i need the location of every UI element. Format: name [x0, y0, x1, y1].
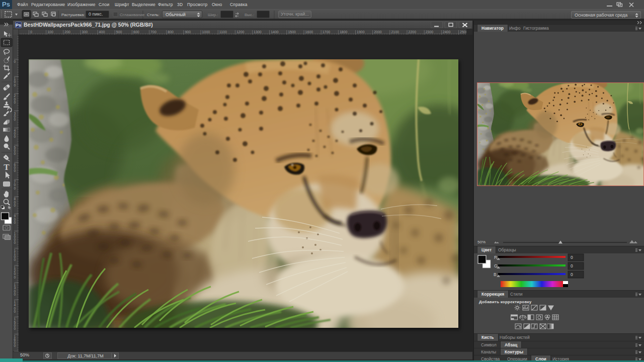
svg-text:100: 100 — [47, 30, 53, 34]
svg-text:1600: 1600 — [305, 30, 313, 34]
svg-text:300: 300 — [82, 30, 88, 34]
svg-text:600: 600 — [133, 30, 139, 34]
svg-text:2100: 2100 — [391, 30, 399, 34]
svg-text:0: 0 — [14, 187, 16, 190]
svg-text:800: 800 — [168, 30, 174, 34]
svg-text:0: 0 — [14, 327, 16, 330]
svg-text:T: T — [4, 162, 10, 172]
svg-text:400: 400 — [99, 30, 105, 34]
svg-text:700: 700 — [150, 30, 156, 34]
svg-text:0: 0 — [14, 241, 16, 244]
svg-text:0: 0 — [14, 135, 16, 138]
svg-text:0: 0 — [14, 344, 16, 347]
svg-text:B: B — [494, 272, 497, 277]
svg-text:1100: 1100 — [219, 30, 227, 34]
svg-text:0: 0 — [14, 169, 16, 172]
svg-text:0: 0 — [30, 30, 32, 34]
svg-text:0: 0 — [14, 221, 16, 224]
svg-text:0: 0 — [14, 60, 16, 63]
svg-text:1300: 1300 — [254, 30, 262, 34]
svg-text:0: 0 — [14, 276, 16, 279]
svg-text:2200: 2200 — [409, 30, 417, 34]
svg-text:0: 0 — [14, 310, 16, 313]
svg-text:2300: 2300 — [426, 30, 434, 34]
svg-text:0: 0 — [571, 272, 573, 277]
svg-text:1400: 1400 — [271, 30, 279, 34]
svg-text:1700: 1700 — [323, 30, 331, 34]
svg-text:1900: 1900 — [357, 30, 365, 34]
svg-text:0: 0 — [14, 258, 16, 261]
svg-text:0: 0 — [14, 118, 16, 121]
svg-text:G: G — [494, 263, 498, 268]
svg-text:0: 0 — [571, 255, 573, 260]
svg-text:1000: 1000 — [202, 30, 210, 34]
svg-text:900: 900 — [185, 30, 191, 34]
svg-text:0: 0 — [14, 152, 16, 155]
svg-text:2400: 2400 — [443, 30, 451, 34]
svg-text:1500: 1500 — [288, 30, 296, 34]
svg-text:R: R — [494, 255, 497, 260]
svg-text:0: 0 — [14, 293, 16, 296]
svg-text:1800: 1800 — [340, 30, 348, 34]
svg-text:0: 0 — [14, 204, 16, 207]
svg-text:0: 0 — [14, 101, 16, 104]
svg-text:0: 0 — [571, 263, 573, 268]
svg-text:0: 0 — [14, 83, 16, 87]
svg-text:50%: 50% — [477, 240, 486, 244]
svg-text:200: 200 — [64, 30, 70, 34]
svg-text:500: 500 — [116, 30, 122, 34]
svg-text:2000: 2000 — [374, 30, 382, 34]
svg-text:1200: 1200 — [236, 30, 245, 34]
